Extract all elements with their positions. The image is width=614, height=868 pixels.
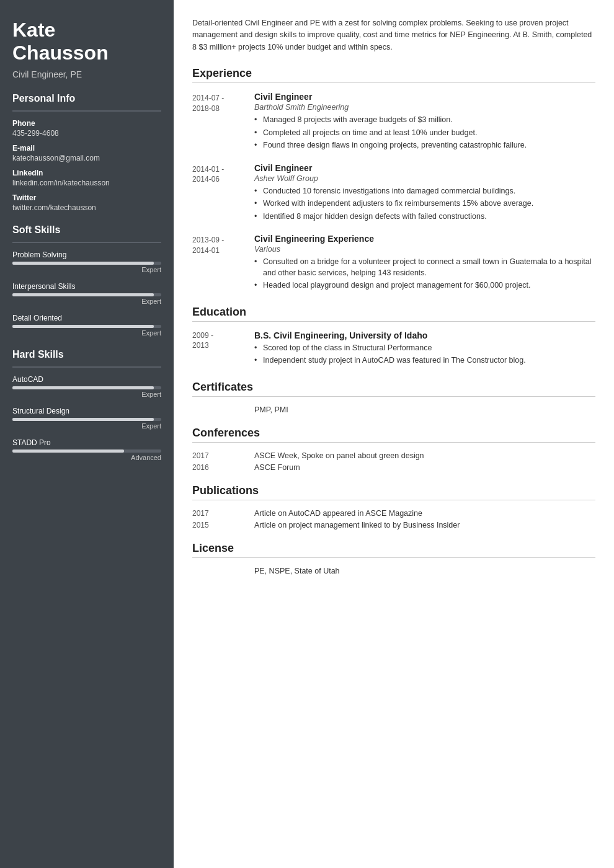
license-divider: [192, 557, 595, 558]
exp-content: Civil Engineer Barthold Smith Engineerin…: [254, 92, 595, 153]
main-content: Detail-oriented Civil Engineer and PE wi…: [174, 0, 614, 868]
publication-row: 2017 Article on AutoCAD appeared in ASCE…: [192, 509, 595, 518]
lic-indent: [192, 567, 254, 575]
bullet-item: Worked with independent adjusters to fix…: [254, 198, 595, 210]
pub-year: 2017: [192, 509, 254, 518]
hard-skills-heading: Hard Skills: [12, 349, 161, 360]
email-value: katechausson@gmail.com: [12, 154, 161, 162]
skill-bar-bg: [12, 386, 161, 389]
license-value: PE, NSPE, State of Utah: [254, 567, 595, 575]
skill-level: Expert: [12, 422, 161, 430]
hard-skill-item: STADD Pro Advanced: [12, 438, 161, 461]
exp-content: Civil Engineer Asher Wolff Group Conduct…: [254, 163, 595, 224]
phone-value: 435-299-4608: [12, 129, 161, 138]
skill-bar-bg: [12, 418, 161, 421]
exp-job-title: Civil Engineering Experience: [254, 234, 595, 244]
certificates-section: Certificates PMP, PMI: [192, 381, 595, 414]
skill-bar-bg: [12, 450, 161, 453]
skill-level: Expert: [12, 298, 161, 305]
publications-section: Publications 2017 Article on AutoCAD app…: [192, 484, 595, 529]
skill-level: Advanced: [12, 454, 161, 461]
skill-level: Expert: [12, 329, 161, 337]
publications-heading: Publications: [192, 484, 595, 497]
skill-name: AutoCAD: [12, 375, 161, 384]
experience-heading: Experience: [192, 67, 595, 80]
exp-date: 2014-07 -2018-08: [192, 92, 254, 153]
skill-name: STADD Pro: [12, 438, 161, 447]
publication-row: 2015 Article on project management linke…: [192, 521, 595, 529]
bullet-item: Scored top of the class in Structural Pe…: [254, 343, 595, 354]
exp-bullets: Managed 8 projects with average budgets …: [254, 115, 595, 151]
twitter-value: twitter.com/katechausson: [12, 203, 161, 212]
skill-level: Expert: [12, 391, 161, 398]
certificate-value: PMP, PMI: [254, 405, 288, 414]
conference-row: 2016 ASCE Forum: [192, 463, 595, 472]
conferences-divider: [192, 442, 595, 443]
publications-list: 2017 Article on AutoCAD appeared in ASCE…: [192, 509, 595, 529]
exp-company: Barthold Smith Engineering: [254, 103, 595, 112]
skill-bar-bg: [12, 293, 161, 296]
cert-indent: [192, 405, 254, 414]
skill-name: Structural Design: [12, 407, 161, 415]
pub-desc: Article on AutoCAD appeared in ASCE Maga…: [254, 509, 595, 518]
pub-desc: Article on project management linked to …: [254, 521, 595, 529]
bullet-item: Conducted 10 forensic investigations int…: [254, 186, 595, 197]
hard-skill-item: Structural Design Expert: [12, 407, 161, 430]
bullet-item: Identified 8 major hidden design defects…: [254, 211, 595, 223]
conf-year: 2017: [192, 451, 254, 460]
experience-row: 2014-01 -2014-06 Civil Engineer Asher Wo…: [192, 163, 595, 224]
conf-desc: ASCE Week, Spoke on panel about green de…: [254, 451, 595, 460]
certificates-heading: Certificates: [192, 381, 595, 394]
education-heading: Education: [192, 306, 595, 319]
experience-row: 2013-09 -2014-01 Civil Engineering Exper…: [192, 234, 595, 293]
personal-info-divider: [12, 110, 161, 112]
candidate-name: Kate Chausson: [12, 19, 161, 64]
publications-divider: [192, 500, 595, 500]
bullet-item: Completed all projects on time and at le…: [254, 128, 595, 139]
exp-job-title: Civil Engineer: [254, 163, 595, 173]
experience-divider: [192, 82, 595, 83]
hard-skill-item: AutoCAD Expert: [12, 375, 161, 398]
twitter-label: Twitter: [12, 193, 161, 202]
license-row: PE, NSPE, State of Utah: [192, 567, 595, 575]
skill-level: Expert: [12, 266, 161, 273]
education-section: Education 2009 -2013 B.S. Civil Engineer…: [192, 306, 595, 368]
exp-company: Various: [254, 245, 595, 254]
skill-bar-fill: [12, 386, 154, 389]
soft-skills-divider: [12, 242, 161, 243]
skill-bar-fill: [12, 262, 154, 265]
skill-bar-fill: [12, 450, 124, 453]
linkedin-label: LinkedIn: [12, 169, 161, 177]
experience-row: 2014-07 -2018-08 Civil Engineer Barthold…: [192, 92, 595, 153]
soft-skill-item: Interpersonal Skills Expert: [12, 282, 161, 305]
experience-section: Experience 2014-07 -2018-08 Civil Engine…: [192, 67, 595, 293]
bullet-item: Headed local playground design and proje…: [254, 280, 595, 291]
edu-date: 2009 -2013: [192, 330, 254, 368]
edu-degree: B.S. Civil Engineering, University of Id…: [254, 330, 595, 340]
soft-skills-list: Problem Solving Expert Interpersonal Ski…: [12, 250, 161, 337]
hard-skills-list: AutoCAD Expert Structural Design Expert …: [12, 375, 161, 461]
conferences-section: Conferences 2017 ASCE Week, Spoke on pan…: [192, 427, 595, 472]
license-section: License PE, NSPE, State of Utah: [192, 542, 595, 575]
conf-desc: ASCE Forum: [254, 463, 595, 472]
skill-bar-fill: [12, 325, 154, 328]
sidebar: Kate Chausson Civil Engineer, PE Persona…: [0, 0, 174, 868]
conf-year: 2016: [192, 463, 254, 472]
pub-year: 2015: [192, 521, 254, 529]
skill-bar-fill: [12, 418, 154, 421]
skill-bar-bg: [12, 325, 161, 328]
education-divider: [192, 321, 595, 322]
education-list: 2009 -2013 B.S. Civil Engineering, Unive…: [192, 330, 595, 368]
soft-skill-item: Problem Solving Expert: [12, 250, 161, 273]
hard-skills-divider: [12, 366, 161, 368]
skill-name: Problem Solving: [12, 250, 161, 259]
edu-bullets: Scored top of the class in Structural Pe…: [254, 343, 595, 366]
bullet-item: Managed 8 projects with average budgets …: [254, 115, 595, 126]
conference-row: 2017 ASCE Week, Spoke on panel about gre…: [192, 451, 595, 460]
exp-date: 2013-09 -2014-01: [192, 234, 254, 293]
bullet-item: Found three design flaws in ongoing proj…: [254, 140, 595, 151]
exp-job-title: Civil Engineer: [254, 92, 595, 102]
conferences-list: 2017 ASCE Week, Spoke on panel about gre…: [192, 451, 595, 472]
bullet-item: Consulted on a bridge for a volunteer pr…: [254, 257, 595, 278]
exp-bullets: Conducted 10 forensic investigations int…: [254, 186, 595, 223]
